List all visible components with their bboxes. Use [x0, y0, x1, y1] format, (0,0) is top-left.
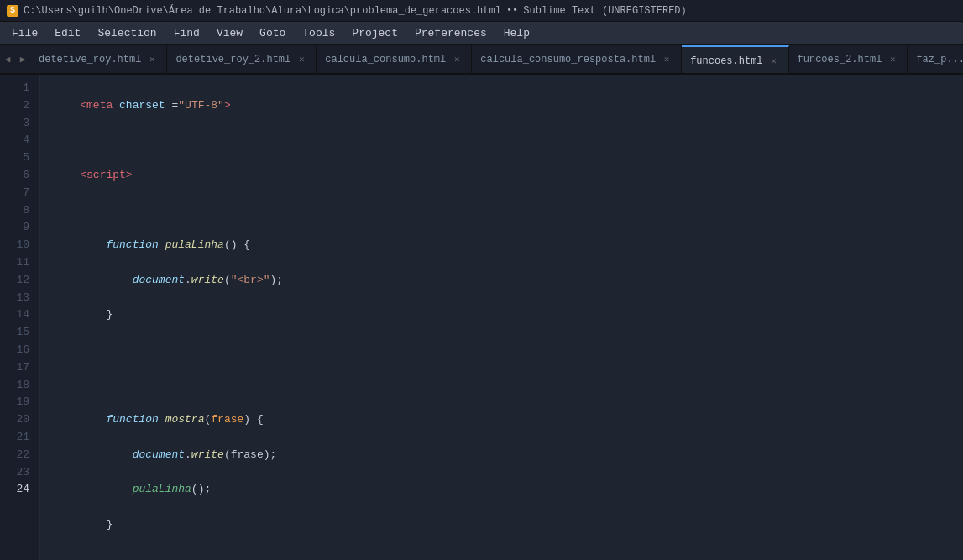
- ln-16: 16: [7, 342, 29, 359]
- ln-8: 8: [7, 202, 29, 220]
- ln-24: 24: [7, 481, 29, 499]
- title-separator: ••: [506, 5, 518, 17]
- ln-9: 9: [7, 219, 29, 237]
- tab-label: calcula_consumo.html: [325, 54, 446, 65]
- code-line-5: function pulaLinha() {: [54, 237, 963, 254]
- tab-label: detetive_roy_2.html: [175, 54, 290, 65]
- ln-6: 6: [7, 167, 29, 185]
- code-line-6: document.write("<br>");: [54, 272, 963, 290]
- ln-17: 17: [7, 359, 29, 377]
- code-line-13: }: [54, 516, 963, 534]
- menu-edit[interactable]: Edit: [46, 24, 89, 43]
- title-bar: S C:\Users\guilh\OneDrive\Área de Trabal…: [0, 0, 963, 22]
- menu-view[interactable]: View: [208, 24, 251, 43]
- code-line-14: [54, 552, 963, 560]
- tab-close[interactable]: ✕: [296, 54, 307, 65]
- ln-3: 3: [7, 115, 29, 133]
- tab-calcula-consumo-resposta[interactable]: calcula_consumo_resposta.html ✕: [472, 45, 682, 74]
- tab-label: calcula_consumo_resposta.html: [480, 54, 656, 65]
- code-line-2: [54, 132, 963, 149]
- ln-1: 1: [7, 80, 29, 97]
- app-icon: S: [7, 5, 18, 17]
- code-area[interactable]: 1 2 3 4 5 6 7 8 9 10 11 12 13 14 15 16 1…: [0, 75, 963, 560]
- ln-11: 11: [7, 254, 29, 272]
- tab-funcoes-2[interactable]: funcoes_2.html ✕: [789, 45, 908, 74]
- ln-15: 15: [7, 324, 29, 342]
- tab-calcula-consumo[interactable]: calcula_consumo.html ✕: [317, 45, 472, 74]
- tab-label: funcoes_2.html: [798, 54, 882, 65]
- ln-2: 2: [7, 97, 29, 115]
- menu-selection[interactable]: Selection: [89, 24, 165, 43]
- code-line-1: <meta charset ="UTF-8">: [54, 97, 963, 115]
- tab-funcoes[interactable]: funcoes.html ✕: [682, 45, 788, 75]
- ln-4: 4: [7, 132, 29, 149]
- menu-find[interactable]: Find: [165, 24, 208, 43]
- menu-goto[interactable]: Goto: [251, 24, 294, 43]
- title-app: Sublime Text (UNREGISTERED): [523, 5, 686, 17]
- menu-bar: File Edit Selection Find View Goto Tools…: [0, 22, 963, 45]
- tab-close[interactable]: ✕: [451, 54, 463, 65]
- code-line-7: }: [54, 306, 963, 324]
- tab-close[interactable]: ✕: [887, 54, 898, 65]
- ln-22: 22: [7, 447, 29, 464]
- title-path: C:\Users\guilh\OneDrive\Área de Trabalho…: [24, 5, 501, 17]
- ln-13: 13: [7, 290, 29, 307]
- tab-bar: ◀ ▶ detetive_roy.html ✕ detetive_roy_2.h…: [0, 45, 963, 75]
- tab-faz-p[interactable]: faz_p... ✕: [908, 45, 963, 74]
- code-line-11: document.write(frase);: [54, 447, 963, 464]
- tab-detetive-roy-2[interactable]: detetive_roy_2.html ✕: [167, 45, 317, 74]
- ln-5: 5: [7, 149, 29, 167]
- ln-23: 23: [7, 464, 29, 482]
- tab-nav-left[interactable]: ◀: [0, 45, 15, 74]
- ln-20: 20: [7, 411, 29, 429]
- code-line-3: <script>: [54, 167, 963, 185]
- code-content[interactable]: <meta charset ="UTF-8"> <script> functio…: [40, 75, 963, 560]
- ln-7: 7: [7, 185, 29, 202]
- menu-help[interactable]: Help: [495, 24, 538, 43]
- code-line-10: function mostra(frase) {: [54, 411, 963, 429]
- menu-tools[interactable]: Tools: [294, 24, 343, 43]
- tab-label: funcoes.html: [690, 55, 762, 67]
- tab-close[interactable]: ✕: [768, 55, 780, 67]
- code-line-9: [54, 377, 963, 395]
- ln-14: 14: [7, 306, 29, 324]
- ln-18: 18: [7, 377, 29, 395]
- code-line-12: pulaLinha();: [54, 481, 963, 499]
- ln-10: 10: [7, 237, 29, 254]
- tab-label: faz_p...: [916, 54, 963, 65]
- tab-close[interactable]: ✕: [661, 54, 673, 65]
- tab-label: detetive_roy.html: [39, 54, 141, 65]
- ln-21: 21: [7, 429, 29, 447]
- menu-file[interactable]: File: [3, 24, 46, 43]
- ln-12: 12: [7, 272, 29, 290]
- code-line-8: [54, 342, 963, 359]
- line-numbers: 1 2 3 4 5 6 7 8 9 10 11 12 13 14 15 16 1…: [0, 75, 40, 560]
- tab-close[interactable]: ✕: [146, 54, 158, 65]
- menu-project[interactable]: Project: [343, 24, 406, 43]
- ln-19: 19: [7, 394, 29, 411]
- tab-nav-right[interactable]: ▶: [15, 45, 30, 74]
- code-line-4: [54, 202, 963, 220]
- menu-preferences[interactable]: Preferences: [406, 24, 495, 43]
- tab-detetive-roy[interactable]: detetive_roy.html ✕: [30, 45, 167, 74]
